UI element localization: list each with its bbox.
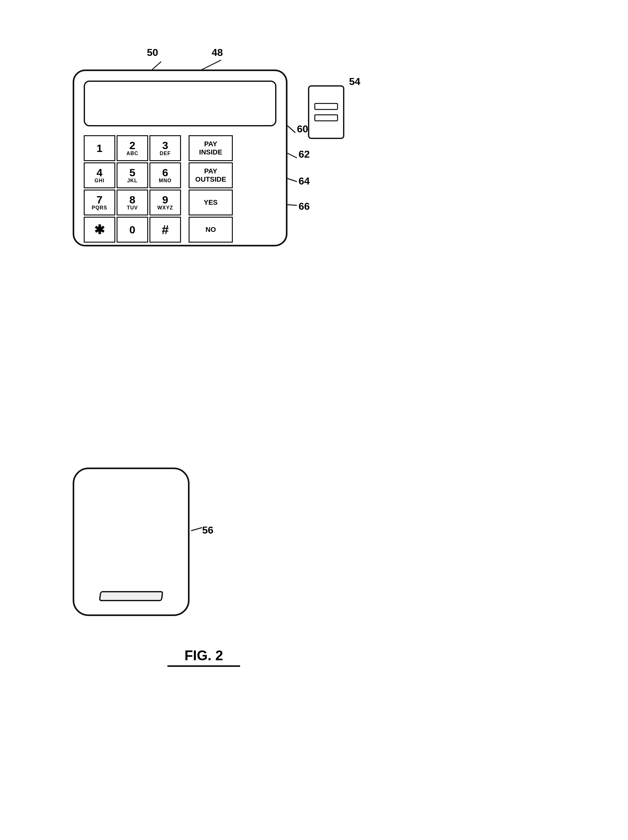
key-yes[interactable]: YES	[189, 189, 233, 215]
figure-label: FIG. 2	[167, 647, 240, 667]
key-7[interactable]: 7 PQRS	[84, 189, 115, 215]
label-60: 60	[297, 123, 308, 135]
device-keypad: 1 2 ABC 3 DEF 4 GHI 5 JKL 6 MNO	[73, 69, 287, 246]
func-grid: PAYINSIDE PAYOUTSIDE YES NO	[189, 135, 233, 243]
credit-card	[308, 85, 344, 139]
key-4[interactable]: 4 GHI	[84, 163, 115, 188]
card-reader-device	[73, 467, 189, 616]
label-62: 62	[298, 148, 310, 160]
key-hash[interactable]: #	[150, 217, 181, 243]
label-48: 48	[211, 47, 223, 58]
key-star[interactable]: ✱	[84, 217, 115, 243]
svg-line-4	[287, 126, 295, 133]
svg-line-5	[287, 153, 297, 158]
key-3[interactable]: 3 DEF	[150, 135, 181, 161]
numeric-grid: 1 2 ABC 3 DEF 4 GHI 5 JKL 6 MNO	[84, 135, 181, 243]
key-2[interactable]: 2 ABC	[117, 135, 148, 161]
key-5[interactable]: 5 JKL	[117, 163, 148, 188]
label-54: 54	[349, 76, 360, 87]
key-8[interactable]: 8 TUV	[117, 189, 148, 215]
svg-line-8	[191, 527, 202, 531]
key-6[interactable]: 6 MNO	[150, 163, 181, 188]
card-stripe-2	[314, 114, 338, 121]
card-stripe-1	[314, 103, 338, 110]
label-50: 50	[147, 47, 158, 58]
key-pay-inside[interactable]: PAYINSIDE	[189, 135, 233, 161]
key-0[interactable]: 0	[117, 217, 148, 243]
key-pay-outside[interactable]: PAYOUTSIDE	[189, 163, 233, 188]
key-9[interactable]: 9 WXYZ	[150, 189, 181, 215]
svg-line-7	[287, 205, 297, 205]
display-screen	[84, 81, 276, 126]
key-1[interactable]: 1	[84, 135, 115, 161]
fig-underline	[167, 665, 240, 667]
keypad-area: 1 2 ABC 3 DEF 4 GHI 5 JKL 6 MNO	[84, 135, 276, 243]
card-slot	[99, 591, 163, 601]
key-no[interactable]: NO	[189, 217, 233, 243]
label-64: 64	[298, 175, 310, 187]
label-66: 66	[298, 201, 310, 212]
label-56: 56	[202, 524, 213, 536]
svg-line-6	[287, 178, 297, 182]
